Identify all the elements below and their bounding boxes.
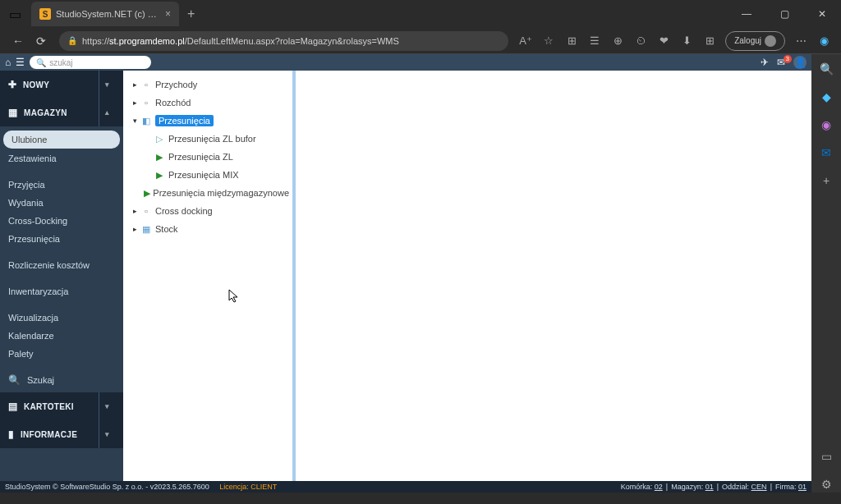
status-firma[interactable]: Firma: 01 [775,483,807,491]
expand-icon[interactable]: ▸ [130,80,140,89]
tool-icon[interactable]: ◆ [818,89,834,105]
status-license: Licencja: CLIENT [219,483,277,491]
bing-icon[interactable]: ◉ [813,30,834,52]
sidebar-item-przyjecia[interactable]: Przyjęcia [0,176,123,194]
tree-item-cross[interactable]: ▸ ▫ Cross docking [126,202,289,220]
stock-icon: ▦ [140,224,153,235]
status-version: StudioSystem © SoftwareStudio Sp. z o.o.… [5,483,209,491]
url-input[interactable]: 🔒 https://st.programdemo.pl/DefaultLeftM… [59,31,508,51]
status-komorka[interactable]: Komórka: 02 [621,483,663,491]
collections-icon[interactable]: ⊕ [607,30,628,52]
tree-item-zl[interactable]: ▶ Przesunięcia ZL [126,148,289,166]
sidebar-item-inwentaryzacja[interactable]: Inwentaryzacja [0,282,123,300]
tree-item-przychody[interactable]: ▸ ▫ Przychody [126,76,289,94]
sidebar-item-szukaj[interactable]: 🔍 Szukaj [0,371,123,389]
tree-item-mix[interactable]: ▶ Przesunięcia MIX [126,166,289,184]
favorite-icon[interactable]: ☆ [538,30,559,52]
chevron-down-icon[interactable]: ▾ [99,420,115,448]
sidebar-item-ulubione[interactable]: Ulubione [3,131,120,149]
favorites-bar-icon[interactable]: ☰ [584,30,605,52]
avatar-icon [765,35,776,47]
search-icon[interactable]: 🔍 [818,61,834,77]
back-button[interactable]: ← [7,30,30,53]
sidebar-header-magazyn[interactable]: ▦ MAGAZYN ▴ [0,99,123,126]
status-bar: StudioSystem © SoftwareStudio Sp. z o.o.… [0,481,811,493]
user-icon[interactable]: 👤 [793,56,807,69]
new-tab-button[interactable]: + [187,7,195,21]
sidebar-item-przesuniecia[interactable]: Przesunięcia [0,230,123,248]
sidebar-item-zestawienia[interactable]: Zestawienia [0,149,123,167]
settings-icon[interactable]: ⚙ [818,476,834,493]
expand-icon[interactable]: ▸ [130,99,140,107]
add-icon[interactable]: + [818,172,834,189]
sidebar-item-kalendarze[interactable]: Kalendarze [0,327,123,345]
home-icon[interactable]: ⌂ [5,57,11,68]
reader-icon[interactable]: A⁺ [515,30,536,52]
warehouse-icon: ▦ [8,107,17,118]
move-icon: ◧ [140,116,153,126]
doc-icon: ▫ [140,206,153,216]
tab-title: StudioSystem.NET (c) SoftwareSt [56,9,159,19]
minimize-button[interactable]: — [728,0,765,28]
menu-toggle-icon[interactable]: ☰ [16,57,25,68]
chevron-up-icon[interactable]: ▴ [99,99,115,126]
sidebar-header-nowy[interactable]: ✚ NOWY ▾ [0,71,123,99]
tree-item-miedzy[interactable]: ▶ Przesunięcia międzymagazynowe [126,184,289,202]
doc-icon: ▫ [140,98,153,108]
close-icon[interactable]: × [165,8,171,20]
expand-icon[interactable]: ▸ [130,207,140,215]
expand-icon[interactable]: ▸ [130,225,140,233]
status-oddzial[interactable]: Oddział: CEN [722,483,767,491]
panel-icon[interactable]: ▭ [818,448,834,465]
login-button[interactable]: Zaloguj [725,31,785,51]
history-icon[interactable]: ⏲ [630,30,651,52]
browser-titlebar: ▭ S StudioSystem.NET (c) SoftwareSt × + … [0,0,841,28]
refresh-button[interactable]: ⟳ [30,30,53,53]
plane-icon[interactable]: ✈ [761,57,769,68]
doc-icon: ▫ [140,80,153,89]
close-button[interactable]: ✕ [803,0,841,28]
lock-icon: 🔒 [67,36,77,45]
cards-icon: ▤ [8,401,17,412]
sidebar-header-kartoteki[interactable]: ▤ KARTOTEKI ▾ [0,392,123,420]
search-icon: 🔍 [8,374,21,386]
tree-item-stock[interactable]: ▸ ▦ Stock [126,220,289,238]
app-icon[interactable]: ⊞ [699,30,720,52]
copilot-icon[interactable]: ◉ [818,117,834,133]
outlook-icon[interactable]: ✉ [818,144,834,161]
info-icon: ▮ [8,428,14,440]
sidebar-header-informacje[interactable]: ▮ INFORMACJE ▾ [0,420,123,448]
sidebar-item-wizualizacja[interactable]: Wizualizacja [0,309,123,327]
play-outline-icon: ▷ [153,134,166,144]
tree-item-przesuniecia[interactable]: ▾ ◧ Przesunięcia [126,112,289,130]
play-icon: ▶ [153,170,166,181]
status-magazyn[interactable]: Magazyn: 01 [671,483,714,491]
search-input[interactable]: 🔍 szukaj [30,56,151,69]
chevron-down-icon[interactable]: ▾ [99,71,115,99]
play-icon: ▶ [153,152,166,163]
extensions-icon[interactable]: ⊞ [561,30,582,52]
address-bar: ← ⟳ 🔒 https://st.programdemo.pl/DefaultL… [0,28,841,54]
content-area [296,71,811,481]
sidebar: ✚ NOWY ▾ ▦ MAGAZYN ▴ Ulubione Zestawieni… [0,71,123,481]
app-window: ⌂ ☰ 🔍 szukaj ✈ ✉3 👤 ✚ NOWY ▾ ▦ MAGAZYN ▴ [0,54,811,493]
tree-item-zl-bufor[interactable]: ▷ Przesunięcia ZL bufor [126,130,289,148]
chevron-down-icon[interactable]: ▾ [99,392,115,420]
sidebar-item-palety[interactable]: Palety [0,345,123,363]
mail-icon[interactable]: ✉3 [777,57,785,68]
tree-panel: ▸ ▫ Przychody ▸ ▫ Rozchód ▾ ◧ Przesunięc… [123,71,296,481]
performance-icon[interactable]: ❤ [653,30,674,52]
edge-sidebar: 🔍 ◆ ◉ ✉ + ▭ ⚙ [811,54,841,493]
sidebar-item-wydania[interactable]: Wydania [0,194,123,212]
collapse-icon[interactable]: ▾ [130,117,140,125]
browser-tab[interactable]: S StudioSystem.NET (c) SoftwareSt × [31,2,179,26]
menu-icon[interactable]: ⋯ [790,30,811,52]
favicon-icon: S [39,8,51,20]
sidebar-item-rozliczenie[interactable]: Rozliczenie kosztów [0,256,123,274]
play-icon: ▶ [144,188,150,199]
tab-overview-icon[interactable]: ▭ [7,6,23,22]
tree-item-rozchod[interactable]: ▸ ▫ Rozchód [126,94,289,112]
sidebar-item-cross-docking[interactable]: Cross-Docking [0,212,123,230]
maximize-button[interactable]: ▢ [765,0,803,28]
downloads-icon[interactable]: ⬇ [676,30,697,52]
